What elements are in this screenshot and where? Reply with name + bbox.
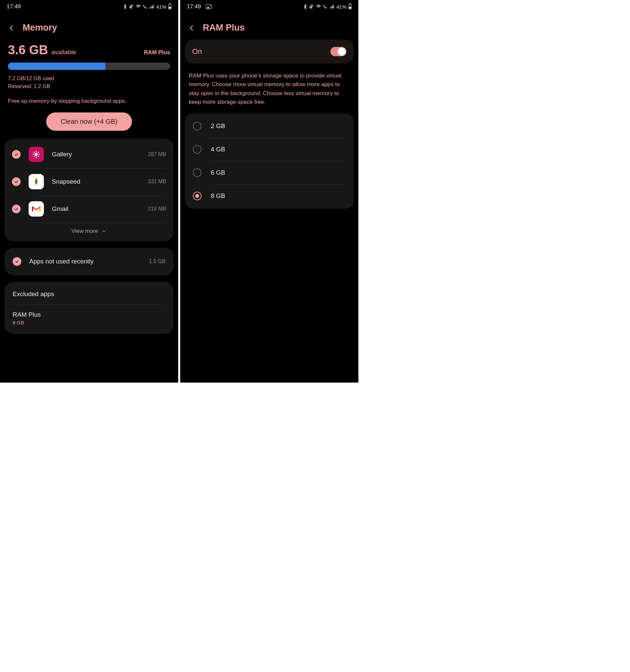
app-name: Gallery bbox=[52, 151, 148, 158]
phone-memory: 17:49 41% Memory 3.6 GB available RAM Pl… bbox=[0, 0, 178, 383]
option-label: 6 GB bbox=[211, 169, 225, 176]
settings-card: Excluded apps RAM Plus 8 GB bbox=[5, 282, 174, 334]
back-icon[interactable] bbox=[188, 24, 196, 31]
clean-now-button[interactable]: Clean now (+4 GB) bbox=[46, 113, 132, 131]
status-bar: 17:49 41% bbox=[180, 0, 358, 12]
chevron-down-icon bbox=[101, 229, 107, 234]
gallery-icon bbox=[29, 147, 44, 162]
memory-progress bbox=[8, 63, 170, 70]
battery-percent: 41% bbox=[156, 4, 166, 10]
app-name: Gmail bbox=[52, 205, 148, 213]
checkbox-icon[interactable] bbox=[12, 257, 21, 266]
status-bar: 17:49 41% bbox=[0, 0, 178, 12]
picture-icon bbox=[206, 4, 212, 9]
header: Memory bbox=[0, 12, 178, 40]
page-title: Memory bbox=[23, 23, 57, 33]
mute-icon bbox=[309, 4, 314, 9]
page-title: RAM Plus bbox=[203, 23, 245, 33]
signal-icon bbox=[329, 4, 334, 9]
wifi-icon bbox=[316, 4, 321, 9]
svg-point-0 bbox=[35, 153, 38, 156]
battery-icon bbox=[168, 4, 172, 9]
status-time: 17:49 bbox=[187, 3, 201, 10]
available-value: 3.6 GB bbox=[8, 43, 48, 57]
not-recent-card: Apps not used recently 1.5 GB bbox=[5, 248, 174, 275]
not-recent-label: Apps not used recently bbox=[29, 258, 149, 265]
gmail-icon bbox=[29, 201, 44, 217]
radio-icon[interactable] bbox=[193, 145, 201, 154]
setting-title: Excluded apps bbox=[12, 290, 166, 298]
option-label: 4 GB bbox=[211, 146, 225, 153]
toggle-label: On bbox=[192, 47, 202, 56]
app-row[interactable]: Snapseed 331 MB bbox=[5, 168, 174, 195]
svg-line-7 bbox=[33, 156, 34, 157]
memory-progress-fill bbox=[8, 63, 105, 70]
svg-line-8 bbox=[37, 152, 39, 153]
apps-card: Gallery 287 MB Snapseed 331 MB Gmail 218… bbox=[5, 139, 174, 241]
battery-icon bbox=[348, 4, 352, 9]
ramplus-row[interactable]: RAM Plus 8 GB bbox=[5, 305, 174, 332]
bluetooth-icon bbox=[122, 4, 128, 9]
signal-icon bbox=[149, 4, 154, 9]
snapseed-icon bbox=[29, 174, 44, 189]
checkbox-icon[interactable] bbox=[12, 205, 21, 213]
option-2gb[interactable]: 2 GB bbox=[185, 115, 354, 138]
checkbox-icon[interactable] bbox=[12, 177, 21, 186]
setting-title: RAM Plus bbox=[12, 311, 166, 318]
option-6gb[interactable]: 6 GB bbox=[185, 161, 354, 184]
option-label: 2 GB bbox=[211, 122, 225, 130]
description-text: RAM Plus uses your phone's storage space… bbox=[180, 69, 358, 113]
ramplus-link[interactable]: RAM Plus bbox=[144, 49, 170, 56]
header: RAM Plus bbox=[180, 12, 358, 40]
apps-not-recent-row[interactable]: Apps not used recently 1.5 GB bbox=[5, 250, 174, 273]
memory-summary: 3.6 GB available RAM Plus 7.2 GB/12 GB u… bbox=[0, 40, 178, 104]
volte-icon bbox=[142, 4, 148, 9]
app-size: 218 MB bbox=[148, 206, 166, 212]
status-icons: 41% bbox=[303, 4, 352, 10]
option-label: 8 GB bbox=[211, 192, 225, 199]
toggle-card[interactable]: On bbox=[185, 40, 354, 64]
wifi-icon bbox=[136, 4, 141, 9]
app-size: 287 MB bbox=[148, 151, 166, 158]
available-label: available bbox=[51, 49, 76, 56]
hint-text: Free up memory by stopping background ap… bbox=[8, 98, 170, 104]
checkbox-icon[interactable] bbox=[12, 150, 21, 159]
view-more-button[interactable]: View more bbox=[5, 222, 174, 239]
mute-icon bbox=[129, 4, 134, 9]
app-row[interactable]: Gmail 218 MB bbox=[5, 195, 174, 222]
volte-icon bbox=[323, 4, 328, 9]
status-time: 17:49 bbox=[7, 3, 21, 10]
app-row[interactable]: Gallery 287 MB bbox=[5, 141, 174, 168]
not-recent-size: 1.5 GB bbox=[149, 259, 166, 264]
bluetooth-icon bbox=[303, 4, 308, 9]
radio-icon[interactable] bbox=[193, 122, 201, 130]
battery-percent: 41% bbox=[336, 4, 347, 10]
svg-line-5 bbox=[33, 152, 34, 153]
options-card: 2 GB 4 GB 6 GB 8 GB bbox=[185, 113, 354, 209]
reserved-text: Reserved: 1.2 GB bbox=[8, 82, 170, 91]
excluded-apps-row[interactable]: Excluded apps bbox=[5, 284, 174, 305]
app-name: Snapseed bbox=[52, 178, 148, 185]
option-4gb[interactable]: 4 GB bbox=[185, 138, 354, 161]
app-size: 331 MB bbox=[148, 178, 166, 185]
radio-icon[interactable] bbox=[193, 192, 201, 200]
toggle-switch[interactable] bbox=[330, 47, 347, 56]
back-icon[interactable] bbox=[8, 24, 15, 31]
option-8gb[interactable]: 8 GB bbox=[185, 184, 354, 208]
svg-line-6 bbox=[37, 156, 39, 157]
status-icons: 41% bbox=[122, 4, 172, 10]
radio-icon[interactable] bbox=[193, 168, 201, 177]
used-text: 7.2 GB/12 GB used bbox=[8, 74, 170, 82]
phone-ramplus: 17:49 41% RAM Plus On RAM Plus uses your… bbox=[180, 0, 358, 383]
setting-sub: 8 GB bbox=[12, 320, 166, 326]
view-more-label: View more bbox=[72, 228, 98, 235]
